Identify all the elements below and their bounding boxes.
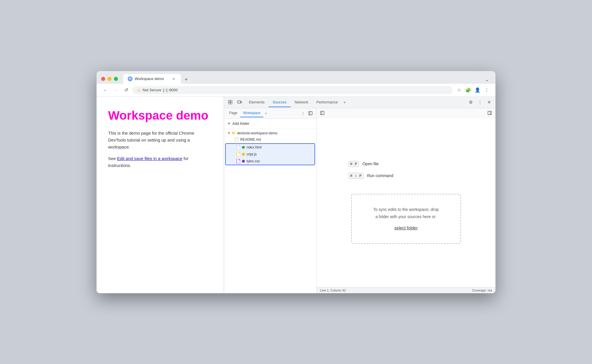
tab-sources[interactable]: Sources <box>269 98 291 107</box>
address-text: ⚠ Not Secure [::]::8000 <box>137 88 178 92</box>
run-command-shortcut: ⌘ ⇧ P Run command <box>348 173 464 179</box>
sources-sidebar: Page Workspace » ⋮ <box>224 108 317 293</box>
html-file-icon <box>236 145 240 150</box>
file-script-js[interactable]: cript.js <box>226 151 314 158</box>
not-secure-label: Not Secure <box>143 88 161 92</box>
sources-editor-area: ⌘ P Open file ⌘ ⇧ P Run command To sync … <box>317 118 495 287</box>
file-selection-box: ndex.html cript.js <box>225 143 315 165</box>
devtools-panel: Elements Sources Network Performance » ⚙ <box>224 97 495 293</box>
tab-bar-end: ⌄ <box>483 76 491 84</box>
status-coverage: Coverage: n/a <box>472 289 492 292</box>
select-folder-button[interactable]: select folder <box>394 225 418 230</box>
open-sidebar-button[interactable] <box>319 109 326 116</box>
body-text: This is the demo page for the official C… <box>108 131 194 149</box>
run-command-label: Run command <box>367 173 393 178</box>
inspect-element-button[interactable] <box>226 98 234 106</box>
device-toolbar-button[interactable] <box>236 98 244 106</box>
active-tab[interactable]: Workspace demo × <box>123 74 181 84</box>
js-file-icon <box>236 152 240 157</box>
add-folder-row[interactable]: + Add folder <box>224 119 316 129</box>
svg-rect-4 <box>230 102 232 104</box>
sources-main-toolbar <box>317 108 495 118</box>
sources-tabs: Page Workspace » ⋮ <box>224 108 316 119</box>
tab-title: Workspace demo <box>135 77 164 81</box>
file-tree: ▼ 📁 devtools-workspace-demo README.md <box>224 129 316 293</box>
svg-rect-11 <box>488 111 491 115</box>
forward-button[interactable]: → <box>112 86 120 94</box>
three-dots-button[interactable]: ⋮ <box>299 110 306 117</box>
bookmark-button[interactable]: ☆ <box>455 86 463 94</box>
sources-panel: Page Workspace » ⋮ <box>224 108 495 293</box>
sources-status-bar: Line 1, Column 42 Coverage: n/a <box>317 287 495 293</box>
dt-toolbar-end: ⚙ ⋮ ✕ <box>467 98 493 106</box>
close-button[interactable] <box>101 77 105 81</box>
open-file-label: Open file <box>362 161 379 166</box>
page-title: Workspace demo <box>108 108 212 123</box>
shortcuts-section: ⌘ P Open file ⌘ ⇧ P Run command <box>348 161 464 185</box>
drop-zone[interactable]: To sync edits to the workspace, drop a f… <box>351 194 461 244</box>
tab-network[interactable]: Network <box>291 98 312 107</box>
close-devtools-button[interactable]: ✕ <box>485 98 493 106</box>
collapse-right-button[interactable] <box>486 109 493 116</box>
file-styles-css[interactable]: tyles.css <box>226 158 314 165</box>
collapse-panel-button[interactable] <box>307 110 314 117</box>
svg-rect-7 <box>309 112 312 115</box>
refresh-button[interactable]: ↺ <box>122 86 130 94</box>
file-styles-name: tyles.css <box>247 159 260 163</box>
file-readme-name: README.md <box>240 138 261 142</box>
drop-zone-line2: a folder with your sources here or: <box>366 213 446 220</box>
page-content: Workspace demo This is the demo page for… <box>97 97 224 293</box>
src-tab-overflow[interactable]: » <box>263 110 269 116</box>
security-warning-icon: ⚠ <box>137 88 141 92</box>
folder-arrow-icon: ▼ <box>227 131 230 135</box>
svg-rect-9 <box>321 111 324 115</box>
tab-performance[interactable]: Performance <box>312 98 342 107</box>
add-folder-label: Add folder <box>232 121 249 126</box>
status-position: Line 1, Column 42 <box>320 289 346 292</box>
menu-button[interactable]: ⋮ <box>483 86 491 94</box>
page-body: This is the demo page for the official C… <box>108 130 212 151</box>
drop-zone-line1: To sync edits to the workspace, drop <box>366 206 446 213</box>
address-input[interactable]: ⚠ Not Secure [::]::8000 <box>132 86 453 94</box>
main-content: Workspace demo This is the demo page for… <box>97 97 495 293</box>
add-icon: + <box>227 121 231 126</box>
settings-button[interactable]: ⚙ <box>467 98 475 106</box>
file-index-name: ndex.html <box>247 145 262 149</box>
folder-name: devtools-workspace-demo <box>237 131 278 135</box>
file-index-html[interactable]: ndex.html <box>226 144 314 151</box>
js-dot-icon <box>242 153 245 156</box>
profile-button[interactable]: 👤 <box>473 86 482 94</box>
tab-workspace[interactable]: Workspace <box>240 109 263 117</box>
address-url: [::]::8000 <box>163 88 178 92</box>
tab-page[interactable]: Page <box>226 109 240 117</box>
readme-file-icon <box>234 137 238 142</box>
tab-close-button[interactable]: × <box>171 76 176 81</box>
address-bar: ← → ↺ ⚠ Not Secure [::]::8000 ☆ 🧩 👤 ⋮ <box>97 84 495 97</box>
tabs-dropdown-button[interactable]: ⌄ <box>483 76 491 84</box>
more-options-button[interactable]: ⋮ <box>476 98 484 106</box>
minimize-button[interactable] <box>108 77 112 81</box>
page-footer: See Edit and save files in a workspace f… <box>108 155 212 169</box>
sources-main: ⌘ P Open file ⌘ ⇧ P Run command To sync … <box>317 108 495 293</box>
maximize-button[interactable] <box>114 77 118 81</box>
new-tab-button[interactable]: + <box>182 76 190 84</box>
title-bar: Workspace demo × + ⌄ <box>97 71 495 84</box>
src-tabs-end: ⋮ <box>299 110 314 117</box>
tab-bar: Workspace demo × + ⌄ <box>123 74 491 84</box>
svg-rect-5 <box>238 101 240 103</box>
devtools-toolbar: Elements Sources Network Performance » ⚙ <box>224 97 495 108</box>
tab-elements[interactable]: Elements <box>245 98 269 107</box>
tab-overflow-button[interactable]: » <box>342 99 347 105</box>
devtools-tabs: Elements Sources Network Performance » <box>245 98 465 107</box>
extensions-button[interactable]: 🧩 <box>464 86 472 94</box>
file-script-name: cript.js <box>247 152 257 156</box>
shortcut-cmd-shift-p: ⌘ ⇧ P <box>348 173 364 179</box>
folder-devtools-workspace-demo[interactable]: ▼ 📁 devtools-workspace-demo <box>224 130 316 136</box>
file-readme[interactable]: README.md <box>224 136 316 143</box>
svg-rect-6 <box>240 101 242 103</box>
workspace-link[interactable]: Edit and save files in a workspace <box>117 156 182 161</box>
back-button[interactable]: ← <box>101 86 109 94</box>
open-file-shortcut: ⌘ P Open file <box>348 161 464 167</box>
see-label: See <box>108 156 117 161</box>
folder-icon: 📁 <box>232 131 236 135</box>
